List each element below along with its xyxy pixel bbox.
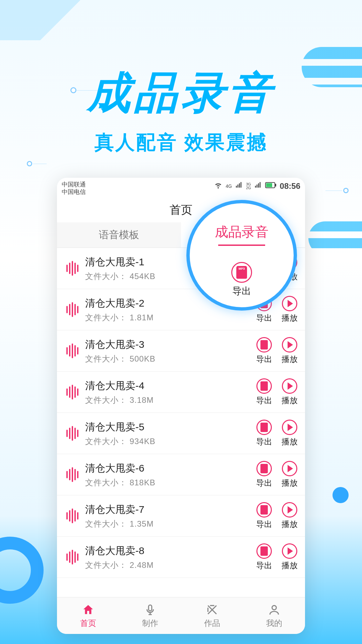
export-button[interactable]: 导出 — [256, 420, 272, 447]
list-item-title: 清仓大甩卖-4 — [85, 379, 256, 393]
play-icon — [282, 461, 297, 476]
export-label: 导出 — [256, 436, 272, 447]
export-button[interactable]: 导出 — [256, 461, 272, 488]
export-icon — [256, 337, 272, 353]
nav-label: 制作 — [142, 618, 158, 629]
play-button[interactable]: 播放 — [282, 420, 298, 447]
play-icon — [282, 420, 297, 435]
svg-rect-5 — [256, 184, 257, 187]
phone-frame: 中国联通 中国电信 4G 3G 2G 08:56 首页 — [57, 178, 305, 634]
magnifier-callout: 成品录音 导出 — [186, 200, 297, 311]
magnifier-underline — [218, 245, 265, 246]
play-button[interactable]: 播放 — [282, 296, 298, 323]
list-item[interactable]: 清仓大甩卖-5文件大小： 934KB导出播放 — [57, 413, 305, 454]
play-icon — [282, 543, 297, 559]
list-item-text: 清仓大甩卖-7文件大小： 1.35M — [85, 503, 256, 529]
list-item-actions: 导出播放 — [256, 378, 298, 406]
works-icon — [205, 603, 219, 616]
bg-triangle — [0, 0, 107, 107]
list-item-title: 清仓大甩卖-5 — [85, 420, 256, 434]
nav-label: 我的 — [266, 618, 282, 629]
status-carrier-1: 中国联通 — [62, 181, 86, 189]
audio-wave-icon — [64, 343, 80, 358]
play-button[interactable]: 播放 — [282, 543, 298, 571]
export-label: 导出 — [256, 395, 272, 406]
user-icon — [267, 603, 281, 616]
audio-wave-icon — [64, 302, 80, 317]
svg-rect-2 — [239, 183, 240, 188]
svg-rect-7 — [259, 182, 260, 188]
play-icon — [282, 296, 297, 311]
nav-home[interactable]: 首页 — [57, 597, 119, 634]
list-item-text: 清仓大甩卖-5文件大小： 934KB — [85, 420, 256, 447]
export-button[interactable]: 导出 — [256, 337, 272, 365]
svg-rect-0 — [236, 186, 237, 188]
list-item-actions: 导出播放 — [256, 420, 298, 447]
svg-rect-11 — [148, 605, 152, 610]
play-label: 播放 — [282, 478, 298, 488]
export-icon — [256, 502, 272, 518]
tab-voice-template[interactable]: 语音模板 — [57, 222, 181, 248]
svg-rect-9 — [266, 183, 272, 187]
list-item[interactable]: 清仓大甩卖-3文件大小： 500KB导出播放 — [57, 330, 305, 372]
list-item-text: 清仓大甩卖-8文件大小： 2.48M — [85, 544, 256, 571]
export-button[interactable]: 导出 — [256, 502, 272, 530]
bg-dot — [343, 188, 349, 193]
wifi-icon — [214, 181, 222, 191]
bg-stripe2 — [308, 221, 362, 255]
export-label: 导出 — [256, 354, 272, 365]
play-button[interactable]: 播放 — [282, 378, 298, 406]
audio-wave-icon — [64, 426, 80, 441]
svg-point-12 — [272, 605, 276, 610]
network-2g-label: 2G — [246, 186, 251, 190]
export-icon — [256, 420, 272, 435]
play-label: 播放 — [282, 354, 298, 365]
nav-label: 首页 — [80, 618, 96, 629]
list-item-title: 清仓大甩卖-7 — [85, 503, 256, 517]
play-label: 播放 — [282, 560, 298, 571]
list-item[interactable]: 清仓大甩卖-6文件大小： 818KB导出播放 — [57, 454, 305, 495]
svg-rect-4 — [255, 186, 256, 188]
list-item-size: 文件大小： 1.35M — [85, 519, 256, 529]
play-button[interactable]: 播放 — [282, 337, 298, 365]
export-button[interactable]: 导出 — [256, 543, 272, 571]
list-item-size: 文件大小： 934KB — [85, 436, 256, 447]
play-icon — [282, 502, 297, 518]
list-item-title: 清仓大甩卖-8 — [85, 544, 256, 558]
status-carrier-2: 中国电信 — [62, 189, 86, 196]
nav-mine[interactable]: 我的 — [243, 597, 305, 634]
bg-dot — [27, 161, 32, 166]
signal-icon — [235, 181, 243, 191]
list-item[interactable]: 清仓大甩卖-4文件大小： 3.18M导出播放 — [57, 372, 305, 413]
svg-rect-1 — [237, 184, 238, 187]
mp3-export-icon — [231, 262, 252, 283]
list-item[interactable]: 清仓大甩卖-7文件大小： 1.35M导出播放 — [57, 495, 305, 537]
magnifier-export-label: 导出 — [232, 285, 251, 298]
list-item[interactable]: 清仓大甩卖-8文件大小： 2.48M导出播放 — [57, 537, 305, 578]
export-label: 导出 — [256, 519, 272, 530]
play-button[interactable]: 播放 — [282, 502, 298, 530]
list-item-actions: 导出播放 — [256, 543, 298, 571]
audio-wave-icon — [64, 261, 80, 276]
nav-make[interactable]: 制作 — [119, 597, 181, 634]
svg-rect-10 — [275, 184, 276, 186]
audio-wave-icon — [64, 385, 80, 399]
play-label: 播放 — [282, 436, 298, 447]
signal-icon-2 — [254, 181, 262, 191]
export-icon — [256, 543, 272, 559]
nav-works[interactable]: 作品 — [181, 597, 243, 634]
bg-stripe — [302, 47, 362, 87]
audio-wave-icon — [64, 467, 80, 482]
list-item-actions: 导出播放 — [256, 337, 298, 365]
list-item-text: 清仓大甩卖-4文件大小： 3.18M — [85, 379, 256, 406]
bg-ring — [0, 537, 44, 604]
bottom-nav: 首页 制作 作品 我的 — [57, 597, 305, 634]
list-item-actions: 导出播放 — [256, 461, 298, 488]
play-label: 播放 — [282, 395, 298, 406]
list-item-actions: 导出播放 — [256, 502, 298, 530]
export-button[interactable]: 导出 — [256, 378, 272, 406]
svg-rect-3 — [241, 182, 242, 188]
list-item-size: 文件大小： 500KB — [85, 354, 256, 364]
export-label: 导出 — [256, 560, 272, 571]
play-button[interactable]: 播放 — [282, 461, 298, 488]
